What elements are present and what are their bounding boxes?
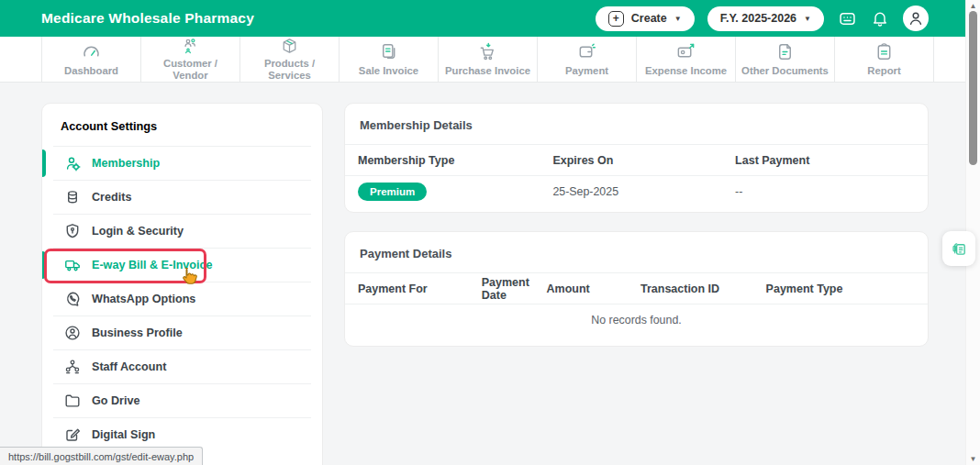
sidebar-item-membership[interactable]: Membership bbox=[42, 147, 322, 180]
document-icon bbox=[774, 41, 796, 62]
table-row: Premium 25-Sep-2025 -- bbox=[345, 176, 928, 206]
column-header: Last Payment bbox=[735, 154, 928, 167]
sidebar-item-business-profile[interactable]: Business Profile bbox=[42, 316, 322, 349]
member-icon bbox=[64, 155, 81, 172]
bell-icon[interactable] bbox=[870, 8, 890, 28]
cart-icon bbox=[477, 41, 498, 62]
last-payment-value: -- bbox=[735, 185, 928, 198]
sidebar-item-eway-bill-einvoice[interactable]: E-way Bill & E-Invoice bbox=[42, 249, 322, 282]
table-header-row: Payment For Payment Date Amount Transact… bbox=[345, 273, 928, 304]
nav-label: Payment bbox=[560, 65, 614, 77]
scroll-down-arrow[interactable]: ▼ bbox=[966, 455, 980, 463]
truck-icon bbox=[64, 257, 81, 273]
membership-details-card: Membership Details Membership Type Expir… bbox=[344, 103, 929, 213]
payment-details-card: Payment Details Payment For Payment Date… bbox=[344, 231, 929, 347]
sidebar-item-label: Login & Security bbox=[92, 225, 184, 238]
nav-label: Products / Services bbox=[240, 58, 339, 82]
sidebar-item-label: Staff Account bbox=[92, 360, 166, 373]
nav-label: Other Documents bbox=[736, 65, 834, 77]
membership-type-badge: Premium bbox=[358, 183, 427, 201]
box-icon bbox=[279, 37, 300, 55]
sidebar-item-label: Credits bbox=[92, 191, 131, 204]
sidebar-item-login-security[interactable]: Login & Security bbox=[42, 215, 322, 248]
quick-docs-side-tab[interactable] bbox=[942, 231, 975, 266]
folder-icon bbox=[64, 393, 81, 409]
nav-item-sale-invoice[interactable]: Sale Invoice bbox=[340, 37, 439, 82]
sidebar-item-label: Go Drive bbox=[92, 394, 140, 407]
announcement-icon[interactable] bbox=[837, 8, 857, 28]
sidebar-item-label: E-way Bill & E-Invoice bbox=[92, 259, 213, 271]
active-indicator bbox=[42, 149, 46, 177]
create-button[interactable]: + Create ▼ bbox=[596, 6, 695, 31]
nav-label: Dashboard bbox=[59, 65, 124, 77]
invoice-icon bbox=[378, 41, 399, 62]
app-title: Medicare Wholesale Pharmacy bbox=[41, 10, 254, 27]
sidebar-item-staff-account[interactable]: Staff Account bbox=[42, 350, 322, 383]
nav-item-purchase-invoice[interactable]: Purchase Invoice bbox=[439, 37, 538, 82]
pen-icon bbox=[64, 426, 81, 443]
fiscal-year-label: F.Y. 2025-2026 bbox=[720, 12, 796, 25]
nav-label: Customer / Vendor bbox=[141, 58, 239, 82]
nav-label: Report bbox=[862, 65, 906, 77]
expense-icon bbox=[675, 41, 696, 62]
fiscal-year-dropdown[interactable]: F.Y. 2025-2026 ▼ bbox=[707, 6, 824, 31]
empty-state-text: No records found. bbox=[345, 304, 928, 335]
app-window: Medicare Wholesale Pharmacy + Create ▼ F… bbox=[0, 0, 980, 465]
card-title: Payment Details bbox=[345, 232, 928, 272]
scrollbar-thumb[interactable] bbox=[969, 11, 977, 165]
documents-icon bbox=[951, 240, 968, 258]
nav-item-report[interactable]: Report bbox=[835, 37, 934, 82]
column-header: Transaction ID bbox=[640, 282, 766, 295]
expires-on-value: 25-Sep-2025 bbox=[552, 185, 735, 198]
create-button-label: Create bbox=[631, 12, 667, 25]
user-avatar[interactable] bbox=[903, 6, 929, 31]
scroll-up-arrow[interactable]: ▲ bbox=[966, 2, 980, 10]
sidebar-item-credits[interactable]: Credits bbox=[42, 181, 322, 214]
nav-item-products-services[interactable]: Products / Services bbox=[240, 37, 340, 82]
column-header: Payment Type bbox=[766, 282, 928, 295]
sidebar-item-label: WhatsApp Options bbox=[92, 293, 195, 305]
column-header: Amount bbox=[547, 282, 640, 295]
panel-title: Account Settings bbox=[42, 104, 322, 146]
wallet-icon bbox=[576, 41, 597, 62]
table-header-row: Membership Type Expires On Last Payment bbox=[345, 145, 928, 176]
shield-icon bbox=[64, 223, 81, 239]
chevron-down-icon: ▼ bbox=[674, 15, 682, 23]
sidebar-item-label: Business Profile bbox=[92, 327, 183, 339]
whatsapp-icon bbox=[64, 291, 81, 307]
nav-item-customer-vendor[interactable]: Customer / Vendor bbox=[141, 37, 240, 82]
credits-icon bbox=[64, 189, 81, 205]
chevron-down-icon: ▼ bbox=[804, 15, 811, 23]
sidebar-item-label: Membership bbox=[92, 157, 160, 170]
nav-item-expense-income[interactable]: Expense Income bbox=[637, 37, 736, 82]
top-bar: Medicare Wholesale Pharmacy + Create ▼ F… bbox=[0, 0, 965, 37]
column-header: Payment Date bbox=[482, 276, 547, 302]
sidebar-item-go-drive[interactable]: Go Drive bbox=[42, 384, 322, 417]
column-header: Membership Type bbox=[358, 154, 552, 167]
account-settings-panel: Account Settings Membership Credits bbox=[41, 103, 323, 465]
nav-item-dashboard[interactable]: Dashboard bbox=[41, 37, 141, 82]
staff-icon bbox=[64, 359, 81, 375]
nav-item-other-documents[interactable]: Other Documents bbox=[736, 37, 835, 82]
main-nav: Dashboard Customer / Vendor Products / S… bbox=[0, 37, 965, 83]
nav-label: Expense Income bbox=[640, 65, 732, 77]
gauge-icon bbox=[81, 41, 102, 62]
nav-label: Purchase Invoice bbox=[440, 65, 536, 77]
nav-label: Sale Invoice bbox=[353, 65, 424, 77]
active-indicator bbox=[42, 251, 46, 279]
sidebar-item-whatsapp-options[interactable]: WhatsApp Options bbox=[42, 282, 322, 316]
people-icon bbox=[180, 37, 201, 55]
column-header: Payment For bbox=[358, 282, 482, 295]
nav-item-payment[interactable]: Payment bbox=[538, 37, 637, 82]
column-header: Expires On bbox=[552, 154, 735, 167]
clipboard-icon bbox=[874, 41, 895, 62]
plus-icon: + bbox=[608, 11, 624, 27]
sidebar-item-label: Digital Sign bbox=[92, 428, 155, 441]
card-title: Membership Details bbox=[345, 104, 928, 144]
link-status-bar: https://bill.gogstbill.com/gst/edit-eway… bbox=[0, 447, 203, 465]
profile-icon bbox=[64, 325, 81, 341]
